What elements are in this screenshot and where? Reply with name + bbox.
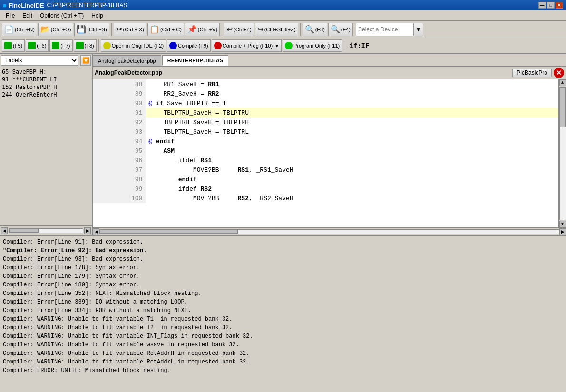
line-number: 94	[93, 137, 146, 146]
main-content: Labels 🔽 65 SavePBP_H: 91 ***CURRENT LI …	[0, 54, 566, 235]
minimize-button[interactable]: —	[538, 2, 546, 9]
table-row: 93 TBLPTRL_SaveH = TBLPTRL	[93, 127, 566, 137]
output-line: Compiler: ERROR: UNTIL: Mismatched block…	[3, 366, 563, 375]
table-row: 88 RR1_SaveH = RR1	[93, 79, 566, 89]
hscroll-track[interactable]	[99, 229, 559, 234]
open-file-button[interactable]: 📂 (Ctrl +O)	[38, 23, 73, 36]
undo-button[interactable]: ↩ (Ctrl+Z)	[224, 23, 254, 36]
line-number: 98	[93, 175, 146, 184]
code-line: RR2_SaveH = RR2	[146, 89, 566, 98]
compile-button[interactable]: Compile (F9)	[167, 39, 211, 52]
vertical-scrollbar[interactable]: ▲ ▼	[558, 79, 566, 227]
hscroll-thumb[interactable]	[100, 230, 238, 234]
toolbar2-f6-button[interactable]: (F6)	[26, 39, 49, 52]
output-line: "Compiler: Error[Line 92]: Bad expressio…	[3, 246, 563, 255]
new-file-icon: 📄	[4, 25, 14, 34]
label-item[interactable]: 91 ***CURRENT LI	[1, 76, 91, 83]
output-line: Compiler: Error[Line 179]: Syntax error.	[3, 272, 563, 281]
scroll-down-button[interactable]: ▼	[559, 221, 566, 227]
output-line: Compiler: WARNING: Unable to fit variabl…	[3, 323, 563, 332]
program-only-label: Program Only (F11)	[293, 43, 340, 49]
line-number: 90	[93, 98, 146, 108]
compile-prog-dropdown[interactable]: ▼	[274, 43, 279, 49]
open-file-label: (Ctrl +O)	[51, 27, 71, 32]
menu-help[interactable]: Help	[88, 11, 107, 20]
new-file-button[interactable]: 📄 (Ctrl +N)	[2, 23, 37, 36]
line-number: 91	[93, 108, 146, 118]
line-number: 100	[93, 194, 146, 203]
line-number: 92	[93, 118, 146, 127]
tab-analog-peak[interactable]: AnalogPeakDetector.pbp	[93, 55, 161, 66]
output-line: Compiler: WARNING: Unable to fit variabl…	[3, 358, 563, 366]
save-file-button[interactable]: 💾 (Ctrl +S)	[74, 23, 109, 36]
table-row: 99 ifdef RS2	[93, 184, 566, 194]
tabs-bar: AnalogPeakDetector.pbp REENTERPBP-18.BAS	[93, 54, 566, 67]
close-window-button[interactable]: ✕	[556, 2, 563, 9]
table-row: 95 ASM	[93, 146, 566, 156]
label-item[interactable]: 244 OverReEnterH	[1, 91, 91, 98]
f8-icon	[76, 42, 84, 49]
code-line: @ if Save_TBLPTR == 1	[146, 98, 566, 108]
f6-icon	[28, 42, 36, 49]
open-orig-ide-button[interactable]: Open in Origi IDE (F2)	[101, 39, 166, 52]
output-line: Compiler: Error[Line 91]: Bad expression…	[3, 238, 563, 246]
left-panel-scrollbar[interactable]: ◀ ▶	[0, 225, 92, 235]
table-row: 94 @ endif	[93, 137, 566, 146]
copy-button[interactable]: 📋 (Ctrl + C)	[147, 23, 184, 36]
find-next-button[interactable]: 🔍 (F4)	[328, 23, 353, 36]
code-line: endif	[146, 175, 566, 184]
vscroll-thumb[interactable]	[560, 87, 566, 127]
code-line: TBLPTRU_SaveH = TBLPTRU	[146, 108, 566, 118]
if-label: if:IF	[346, 41, 372, 50]
output-line: Compiler: Error[Line 93]: Bad expression…	[3, 255, 563, 264]
copy-label: (Ctrl + C)	[160, 27, 182, 32]
tab-reenter[interactable]: REENTERPBP-18.BAS	[162, 55, 228, 66]
find-button[interactable]: 🔍 (F3)	[303, 23, 327, 36]
labels-filter-button[interactable]: 🔽	[80, 55, 91, 66]
scrollbar-track[interactable]	[9, 228, 83, 233]
editor-header: AnalogPeakDetector.pbp PicBasicPro ✕	[93, 67, 566, 79]
vscroll-track[interactable]	[559, 87, 566, 220]
output-line: Compiler: Error[Line 180]: Syntax error.	[3, 281, 563, 289]
output-line: Compiler: WARNING: Unable to fit variabl…	[3, 315, 563, 323]
titlebar-left: ■ FineLineIDE C:\PBP\REENTERPBP-18.BAS	[3, 2, 127, 9]
scrollbar-thumb[interactable]	[9, 229, 39, 233]
code-line: ASM	[146, 146, 566, 156]
hscroll-right-button[interactable]: ▶	[559, 228, 566, 235]
line-number: 96	[93, 156, 146, 165]
redo-button[interactable]: ↪ (Ctrl+Shift+Z)	[255, 23, 298, 36]
hscroll-left-button[interactable]: ◀	[93, 228, 99, 235]
titlebar-controls: — □ ✕	[538, 2, 563, 9]
line-number: 88	[93, 79, 146, 89]
scroll-left-button[interactable]: ◀	[1, 227, 8, 234]
code-area[interactable]: 88 RR1_SaveH = RR1 89 RR2_SaveH = RR2 90…	[93, 79, 566, 227]
toolbar2-f8-button[interactable]: (F8)	[74, 39, 97, 52]
menu-options[interactable]: Options (Ctrl + T)	[36, 11, 88, 20]
program-only-icon	[285, 42, 293, 49]
label-item[interactable]: 152 RestorePBP_H	[1, 83, 91, 91]
toolbar2-f5-button[interactable]: (F5)	[2, 39, 25, 52]
label-item[interactable]: 65 SavePBP_H:	[1, 68, 91, 76]
left-panel: Labels 🔽 65 SavePBP_H: 91 ***CURRENT LI …	[0, 54, 93, 235]
output-line: Compiler: WARNING: Unable to fit variabl…	[3, 341, 563, 349]
cut-button[interactable]: ✂ (Ctrl + X)	[114, 23, 146, 36]
labels-dropdown[interactable]: Labels	[1, 55, 78, 66]
compile-prog-button[interactable]: Compile + Prog (F10) ▼	[212, 39, 282, 52]
filter-icon: 🔽	[82, 57, 89, 64]
maximize-button[interactable]: □	[547, 2, 555, 9]
menu-file[interactable]: File	[2, 11, 19, 20]
scroll-right-button[interactable]: ▶	[84, 227, 91, 234]
close-editor-button[interactable]: ✕	[554, 68, 564, 78]
toolbar2-f7-button[interactable]: (F7)	[49, 39, 72, 52]
toolbar2: (F5) (F6) (F7) (F8) Open in Origi IDE (F…	[0, 38, 566, 54]
horizontal-scrollbar[interactable]: ◀ ▶	[93, 227, 566, 235]
paste-button[interactable]: 📌 (Ctrl +V)	[185, 23, 220, 36]
toolbar-separator-3	[300, 23, 301, 36]
device-select-input[interactable]	[356, 25, 413, 34]
compiler-button[interactable]: PicBasicPro	[512, 69, 552, 77]
menu-edit[interactable]: Edit	[19, 11, 36, 20]
program-only-button[interactable]: Program Only (F11)	[283, 39, 342, 52]
editor-panel: AnalogPeakDetector.pbp REENTERPBP-18.BAS…	[93, 54, 566, 235]
scroll-up-button[interactable]: ▲	[559, 79, 566, 86]
device-dropdown-button[interactable]: ▼	[413, 23, 423, 36]
